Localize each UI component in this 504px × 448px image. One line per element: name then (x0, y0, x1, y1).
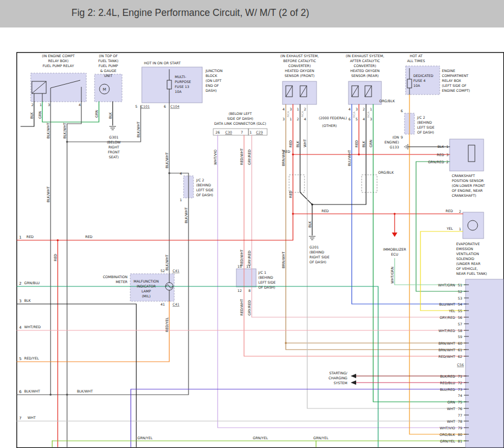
ecu-pin-number: 59 (458, 335, 462, 339)
ecu-pin-number: 60 (458, 341, 462, 345)
o2-front-box (283, 81, 317, 104)
wire-label: GRN (95, 110, 98, 118)
pump-loc: (IN TOP OF (99, 54, 118, 58)
ecu-pin-wire-label: ORG/BLK (440, 433, 456, 436)
junction-block-label: (ON LEFT (206, 79, 221, 82)
o2-pin: 4 (348, 107, 351, 111)
dlc-pin: 7 (241, 130, 243, 134)
o2-pin: 4 (363, 117, 365, 121)
jc-pin: 1 (180, 198, 182, 202)
relay-pin: 4 (79, 103, 81, 107)
wire-label: BLK/WHT (46, 186, 50, 202)
o2-pin: 4 (283, 107, 285, 111)
o2rear-loc: AFTER CATALYTIC (350, 59, 380, 63)
connector-ref: C41 (173, 269, 179, 273)
relaybox-label: ENGINE (442, 69, 455, 73)
left-pin-number: 6 (19, 390, 22, 394)
ecu-pin-wire-label: GRN/YEL (440, 439, 456, 443)
crank-label: CRANKSHAFT) (452, 193, 477, 197)
dlc-loc: (BELOW LEFT (229, 112, 252, 115)
ecu-pin-number: 55 (458, 309, 462, 313)
o2-pin: 5 (356, 117, 358, 121)
wire-label: GRN/YEL (253, 436, 268, 440)
crank-sensor-box (450, 139, 484, 171)
hot-label: HOT AT (409, 54, 422, 58)
ecu-pin-number: 51 (458, 283, 462, 287)
pin-number: 5 (135, 104, 137, 108)
o2front-loc: BEFORE CATALYTIC (283, 59, 316, 63)
ecu-pin-wire-label: WHT/GRN (438, 283, 455, 287)
jc2-loc: LEFT SIDE (196, 188, 214, 192)
jc-pin: 6 (401, 109, 403, 113)
jc-pin: 9 (401, 135, 403, 139)
left-pin-number: 7 (19, 416, 21, 421)
ecu-pin-wire-label: RED/WHT (439, 355, 455, 358)
motor-label: M (103, 87, 106, 92)
wire-label: RED (53, 254, 57, 261)
nca-label: NCA (367, 111, 370, 118)
evap-label: EVAPORATIVE (456, 242, 480, 246)
wire-label: WHT (303, 139, 307, 147)
ecu-pin-wire-label: BLU/WHT (439, 302, 455, 306)
wire-label: GRY/RED (247, 150, 251, 165)
relaybox-label: (LEFT SIDE OF (442, 84, 467, 87)
jc-pin: 11 (246, 264, 251, 268)
evap-pin: 2 (459, 209, 461, 213)
nca-label: NCA (301, 110, 304, 117)
wire-label: BLK/WHT (63, 123, 67, 139)
left-pin-number: 3 (19, 299, 21, 303)
jc1-loc: LEFT SIDE (258, 280, 276, 284)
crank-label: OF ENGINE, NEAR (452, 189, 483, 192)
jc1-box (236, 269, 256, 287)
wire-label: RED/YEL (24, 356, 39, 360)
crank-label: POSITION SENSOR (452, 179, 484, 182)
evap-label: NEAR FUEL TANK) (456, 272, 487, 275)
wire-label: WHT/GRN (390, 267, 394, 284)
left-pin-number: 4 (19, 325, 22, 330)
page-title: Fig 2: 2.4L, Engine Performance Circuit,… (71, 7, 309, 19)
starting-label: CHARGING (329, 376, 347, 380)
nca-label: NCA (286, 110, 290, 117)
jc2-loc: (BEHIND (196, 183, 211, 187)
connector-ref: C30 (225, 130, 232, 134)
page: Fig 2: 2.4L, Engine Performance Circuit,… (0, 0, 504, 448)
evap-label: SOLENOID (456, 257, 474, 261)
mil-label: INDICATOR (137, 284, 156, 288)
variant-label: (2000 FEDERAL) (319, 116, 347, 120)
o2-pin: 2 (304, 107, 306, 111)
o2-pin: 1 (290, 117, 292, 121)
left-pin-number: 5 (19, 357, 21, 361)
connector-ref: C41 (173, 302, 179, 306)
ecu-pin-wire-label: YEL (448, 309, 456, 313)
ecu-pin-number: 75 (458, 400, 462, 404)
left-pin-number: 1 (19, 235, 21, 240)
jc1-loc: OF DASH) (258, 285, 275, 289)
crank-label: (ON LOWER FRONT (452, 184, 485, 187)
junction-block-label: DASH) (206, 89, 217, 92)
o2front-loc: HEATED OXYGEN (285, 69, 314, 73)
jc1-loc: (BEHIND (258, 275, 273, 279)
immobilizer-label: IMMOBILIZER (383, 247, 407, 251)
g301-label: G301 (109, 135, 119, 139)
ecu-pin-number: 80 (458, 433, 462, 436)
relaybox-label: RELAY BOX (442, 79, 461, 82)
wire-label: GRY/RED (247, 251, 251, 266)
jc-pin: 12 (237, 289, 242, 292)
o2-pin: 3 (290, 107, 292, 111)
relay-loc: FUEL PUMP RELAY (42, 64, 74, 68)
ecu-pin-wire-label: BRN/WHT (439, 341, 455, 345)
g201-label: G201 (309, 245, 319, 249)
wire-label: BLK/WHT (136, 121, 140, 137)
pump-loc: FUEL TANK) (98, 59, 119, 63)
fuel-pump-unit-box (95, 74, 122, 102)
junction-block-label: BLOCK (206, 74, 218, 78)
ecu-pin-wire-label: BLK/RED (440, 374, 455, 378)
wire-label: BLK/WHT (24, 389, 40, 393)
wire-label: GRN/YEL (137, 436, 153, 440)
dlc-loc: DATA LINK CONNECTOR (DLC) (214, 121, 266, 125)
wire-label: RED (26, 235, 34, 239)
dlc-loc: SIDE OF DASH) (227, 117, 253, 120)
left-pin-number: 2 (19, 281, 21, 286)
ecu-pin-wire-label: WHT (447, 419, 455, 423)
pump-loc: FUEL PUMP (98, 64, 118, 68)
